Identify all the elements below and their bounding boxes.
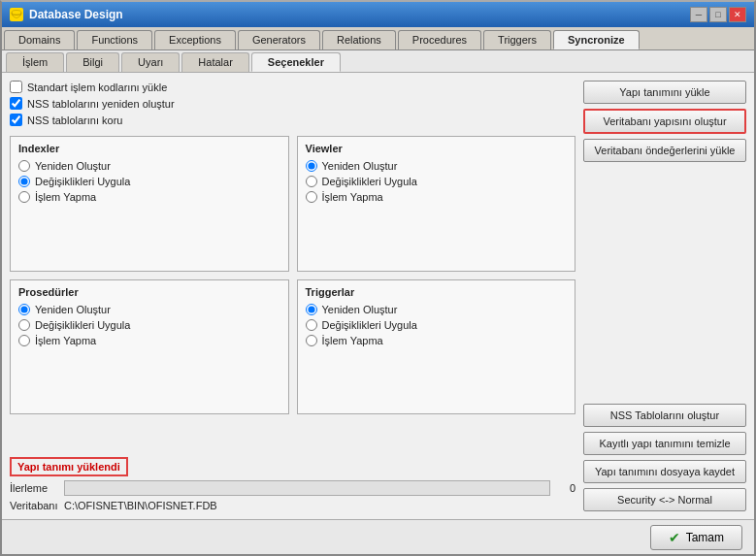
tab-procedures[interactable]: Procedures <box>398 30 481 49</box>
main-content: Standart işlem kodlarını yükle NSS tablo… <box>2 73 754 519</box>
minimize-button[interactable]: ─ <box>690 7 707 22</box>
progress-label: İlerleme <box>10 482 58 494</box>
prosedurler-rebuild-row: Yeniden Oluştur <box>18 304 280 315</box>
triggerlar-skip-row: İşlem Yapma <box>306 335 568 346</box>
db-value: C:\OFISNET\BIN\OFISNET.FDB <box>64 500 217 511</box>
checkbox-nss-koru-label: NSS tablolarını koru <box>27 114 122 126</box>
viewler-skip-label: İşlem Yapma <box>322 191 383 203</box>
prosedurler-skip-row: İşlem Yapma <box>18 335 280 346</box>
tab-uyari[interactable]: Uyarı <box>121 52 180 72</box>
db-row: Veritabanı C:\OFISNET\BIN\OFISNET.FDB <box>10 500 575 511</box>
titlebar-left: Database Design <box>10 8 123 21</box>
tab-islem[interactable]: İşlem <box>6 52 64 72</box>
viewler-rebuild-row: Yeniden Oluştur <box>306 160 568 172</box>
group-triggerlar-title: Triggerlar <box>306 286 568 298</box>
close-button[interactable]: ✕ <box>729 7 746 22</box>
indexler-skip-row: İşlem Yapma <box>18 191 280 203</box>
prosedurler-skip-radio[interactable] <box>18 335 30 346</box>
app-icon <box>10 8 23 21</box>
prosedurler-apply-label: Değişiklikleri Uygula <box>35 319 130 331</box>
tab-secenekler[interactable]: Seçenekler <box>251 52 341 72</box>
indexler-rebuild-radio[interactable] <box>18 160 30 172</box>
checkbox-nss-koru-row: NSS tablolarını koru <box>10 114 575 126</box>
triggerlar-skip-label: İşlem Yapma <box>322 335 383 346</box>
ok-checkmark-icon: ✔ <box>669 530 680 545</box>
ok-label: Tamam <box>686 531 724 544</box>
titlebar-controls: ─ □ ✕ <box>690 7 746 22</box>
checkbox-nss-yeniden-row: NSS tablolarını yeniden oluştur <box>10 97 575 110</box>
tab-relations[interactable]: Relations <box>322 30 396 49</box>
indexler-skip-radio[interactable] <box>18 191 30 203</box>
prosedurler-rebuild-label: Yeniden Oluştur <box>35 304 111 315</box>
dosyaya-kaydet-button[interactable]: Yapı tanımını dosyaya kaydet <box>583 460 746 483</box>
checkbox-nss-koru[interactable] <box>10 114 22 126</box>
triggerlar-rebuild-row: Yeniden Oluştur <box>306 304 568 315</box>
prosedurler-skip-label: İşlem Yapma <box>35 335 96 346</box>
tab-functions[interactable]: Functions <box>77 30 152 49</box>
prosedurler-apply-radio[interactable] <box>18 319 30 331</box>
group-viewler-title: Viewler <box>306 143 568 154</box>
triggerlar-rebuild-label: Yeniden Oluştur <box>322 304 398 315</box>
group-indexler-title: Indexler <box>18 143 280 154</box>
left-panel: Standart işlem kodlarını yükle NSS tablo… <box>10 81 575 511</box>
viewler-skip-row: İşlem Yapma <box>306 191 568 203</box>
ok-button[interactable]: ✔ Tamam <box>650 525 742 550</box>
triggerlar-apply-radio[interactable] <box>306 319 317 331</box>
tab-domains[interactable]: Domains <box>4 30 75 49</box>
tab-syncronize[interactable]: Syncronize <box>553 30 640 49</box>
top-tab-bar: Domains Functions Exceptions Generators … <box>2 27 754 50</box>
prosedurler-apply-row: Değişiklikleri Uygula <box>18 319 280 331</box>
group-triggerlar: Triggerlar Yeniden Oluştur Değişiklikler… <box>297 279 576 415</box>
group-indexler: Indexler Yeniden Oluştur Değişiklikleri … <box>10 136 289 272</box>
tab-hatalar[interactable]: Hatalar <box>181 52 248 72</box>
group-prosedurler: Prosedürler Yeniden Oluştur Değişiklikle… <box>10 279 289 415</box>
kayitli-yapi-button[interactable]: Kayıtlı yapı tanımını temizle <box>583 432 746 455</box>
progress-value: 0 <box>556 482 575 494</box>
tab-bilgi[interactable]: Bilgi <box>66 52 119 72</box>
ondegerleri-yukle-button[interactable]: Veritabanı öndeğerlerini yükle <box>583 139 746 162</box>
triggerlar-apply-row: Değişiklikleri Uygula <box>306 319 568 331</box>
triggerlar-skip-radio[interactable] <box>306 335 317 346</box>
yapi-yukle-button[interactable]: Yapı tanımını yükle <box>583 81 746 104</box>
db-label: Veritabanı <box>10 500 58 511</box>
veritabani-olustur-button[interactable]: Veritabanı yapısını oluştur <box>583 109 746 134</box>
maximize-button[interactable]: □ <box>709 7 727 22</box>
progress-row: İlerleme 0 <box>10 480 575 496</box>
viewler-rebuild-radio[interactable] <box>306 160 317 172</box>
titlebar: Database Design ─ □ ✕ <box>2 2 754 27</box>
nss-tablolari-button[interactable]: NSS Tablolarını oluştur <box>583 404 746 427</box>
second-tab-bar: İşlem Bilgi Uyarı Hatalar Seçenekler <box>2 50 754 73</box>
checkbox-nss-yeniden-label: NSS tablolarını yeniden oluştur <box>27 98 175 110</box>
checkbox-standart[interactable] <box>10 81 22 93</box>
window-title: Database Design <box>29 8 123 21</box>
tab-triggers[interactable]: Triggers <box>483 30 551 49</box>
checkbox-nss-yeniden[interactable] <box>10 97 22 110</box>
viewler-rebuild-label: Yeniden Oluştur <box>322 160 398 172</box>
progress-bar-container <box>64 480 550 496</box>
triggerlar-rebuild-radio[interactable] <box>306 304 317 315</box>
checkbox-standart-label: Standart işlem kodlarını yükle <box>27 82 167 93</box>
status-message: Yapı tanımı yüklendi <box>10 457 128 476</box>
indexler-rebuild-row: Yeniden Oluştur <box>18 160 280 172</box>
indexler-apply-row: Değişiklikleri Uygula <box>18 176 280 187</box>
indexler-apply-label: Değişiklikleri Uygula <box>35 176 130 187</box>
main-window: Database Design ─ □ ✕ Domains Functions … <box>0 0 756 556</box>
checkbox-group: Standart işlem kodlarını yükle NSS tablo… <box>10 81 575 126</box>
tab-generators[interactable]: Generators <box>238 30 320 49</box>
triggerlar-apply-label: Değişiklikleri Uygula <box>322 319 417 331</box>
security-button[interactable]: Security <-> Normal <box>583 488 746 511</box>
right-panel: Yapı tanımını yükle Veritabanı yapısını … <box>583 81 746 511</box>
indexler-apply-radio[interactable] <box>18 176 30 187</box>
group-prosedurler-title: Prosedürler <box>18 286 280 298</box>
indexler-skip-label: İşlem Yapma <box>35 191 96 203</box>
viewler-apply-label: Değişiklikleri Uygula <box>322 176 417 187</box>
options-grid: Indexler Yeniden Oluştur Değişiklikleri … <box>10 136 575 414</box>
group-viewler: Viewler Yeniden Oluştur Değişiklikleri U… <box>297 136 576 272</box>
prosedurler-rebuild-radio[interactable] <box>18 304 30 315</box>
tab-exceptions[interactable]: Exceptions <box>154 30 236 49</box>
viewler-apply-radio[interactable] <box>306 176 317 187</box>
viewler-skip-radio[interactable] <box>306 191 317 203</box>
viewler-apply-row: Değişiklikleri Uygula <box>306 176 568 187</box>
status-area: Yapı tanımı yüklendi İlerleme 0 Veritaba… <box>10 424 575 511</box>
indexler-rebuild-label: Yeniden Oluştur <box>35 160 111 172</box>
